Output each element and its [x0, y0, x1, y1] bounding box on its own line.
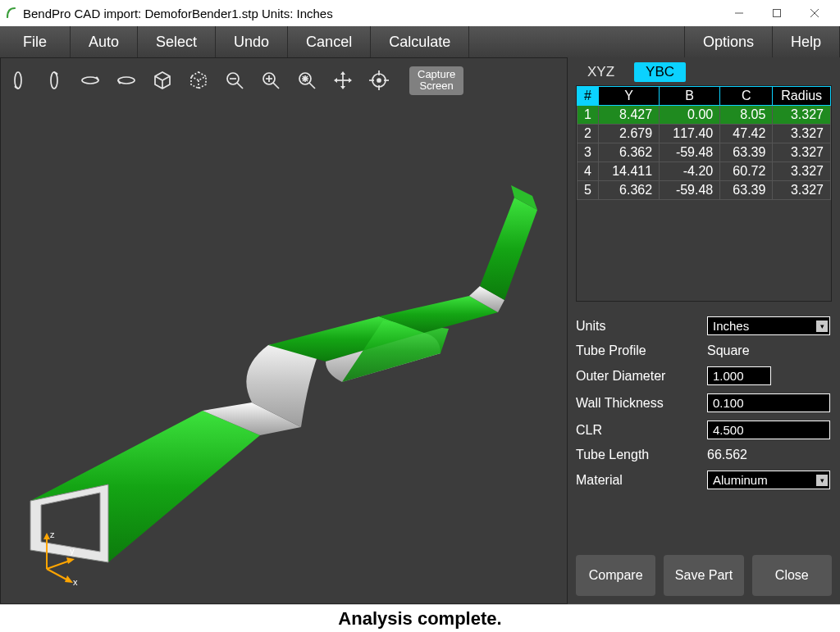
wall-thickness-label: Wall Thickness [576, 396, 707, 411]
tube-length-value: 66.562 [707, 448, 832, 462]
wall-thickness-input[interactable]: 0.100 [707, 393, 830, 412]
svg-point-20 [377, 79, 381, 82]
titlebar: BendPro CAD import: DemoforBender1.stp U… [0, 0, 840, 26]
app-icon [7, 7, 18, 20]
menu-select[interactable]: Select [138, 26, 216, 57]
table-row[interactable]: 36.362-59.4863.393.327 [578, 143, 831, 162]
svg-line-16 [309, 83, 315, 89]
zoom-out-icon[interactable] [224, 70, 245, 91]
close-window-button[interactable] [796, 0, 833, 26]
target-icon[interactable] [368, 70, 390, 91]
status-text: Analysis complete. [338, 608, 501, 630]
units-value: Inches [713, 319, 749, 333]
menu-file[interactable]: File [0, 26, 71, 57]
menu-calculate[interactable]: Calculate [371, 26, 469, 57]
menubar: File Auto Select Undo Cancel Calculate O… [0, 26, 840, 57]
clr-input[interactable]: 4.500 [707, 421, 830, 439]
table-row[interactable]: 56.362-59.4863.393.327 [578, 181, 831, 200]
svg-line-28 [47, 561, 70, 569]
svg-line-31 [47, 569, 68, 580]
tab-ybc[interactable]: YBC [634, 62, 686, 82]
table-row[interactable]: 18.4270.008.053.327 [578, 106, 831, 125]
tube-profile-label: Tube Profile [576, 343, 707, 358]
svg-marker-26 [43, 533, 50, 539]
menu-auto[interactable]: Auto [71, 26, 138, 57]
rotate-y-icon[interactable] [43, 70, 65, 91]
svg-line-12 [273, 83, 279, 89]
chevron-down-icon: ▾ [816, 321, 828, 332]
capture-label-2: Screen [418, 80, 455, 92]
table-row[interactable]: 414.411-4.2060.723.327 [578, 162, 831, 181]
maximize-button[interactable] [758, 0, 796, 26]
col-y[interactable]: Y [599, 87, 660, 106]
viewport-3d[interactable]: Capture Screen [0, 57, 568, 604]
capture-label-1: Capture [418, 69, 455, 80]
svg-text:z: z [50, 530, 55, 539]
outer-diameter-input[interactable]: 1.000 [707, 366, 771, 385]
rotate-z-ccw-icon[interactable] [80, 70, 101, 91]
rotate-x-icon[interactable] [7, 70, 29, 91]
col-b[interactable]: B [660, 87, 720, 106]
svg-marker-32 [65, 575, 73, 583]
viewport-toolbar: Capture Screen [7, 66, 463, 95]
menu-options[interactable]: Options [685, 26, 773, 57]
tube-profile-value: Square [707, 343, 832, 358]
tube-length-label: Tube Length [576, 448, 707, 462]
tube-rendering [14, 157, 539, 583]
side-panel: XYZ YBC # Y B C Radius 18.4270.008.053.3… [568, 57, 840, 604]
window-title: BendPro CAD import: DemoforBender1.stp U… [23, 7, 333, 20]
bend-data-table[interactable]: # Y B C Radius 18.4270.008.053.32722.679… [576, 85, 832, 302]
units-select[interactable]: Inches ▾ [707, 316, 830, 335]
pan-icon[interactable] [332, 70, 354, 91]
units-label: Units [576, 319, 707, 334]
cube-solid-icon[interactable] [152, 70, 173, 91]
svg-text:y: y [70, 546, 75, 556]
minimize-button[interactable] [720, 0, 758, 26]
close-button[interactable]: Close [752, 555, 832, 596]
clr-label: CLR [576, 423, 707, 438]
col-index[interactable]: # [578, 87, 599, 106]
material-select[interactable]: Aluminum ▾ [707, 471, 830, 489]
chevron-down-icon: ▾ [816, 475, 828, 486]
cube-wire-icon[interactable] [188, 70, 209, 91]
save-part-button[interactable]: Save Part [664, 555, 743, 596]
col-c[interactable]: C [720, 87, 773, 106]
outer-diameter-label: Outer Diameter [576, 369, 707, 384]
zoom-fit-icon[interactable] [296, 70, 317, 91]
svg-rect-1 [774, 10, 781, 17]
material-label: Material [576, 473, 707, 488]
rotate-z-cw-icon[interactable] [116, 70, 137, 91]
menu-undo[interactable]: Undo [216, 26, 288, 57]
svg-line-9 [237, 83, 243, 89]
svg-text:x: x [73, 577, 78, 587]
tab-xyz[interactable]: XYZ [576, 62, 626, 82]
capture-screen-button[interactable]: Capture Screen [409, 66, 463, 95]
menu-help[interactable]: Help [773, 26, 840, 57]
zoom-in-icon[interactable] [260, 70, 281, 91]
svg-marker-29 [66, 557, 75, 564]
menu-cancel[interactable]: Cancel [288, 26, 371, 57]
material-value: Aluminum [713, 473, 768, 487]
axis-indicator: z y x [22, 528, 80, 589]
table-row[interactable]: 22.679117.4047.423.327 [578, 125, 831, 143]
col-radius[interactable]: Radius [773, 87, 831, 106]
compare-button[interactable]: Compare [576, 555, 655, 596]
status-bar: Analysis complete. [0, 604, 840, 632]
